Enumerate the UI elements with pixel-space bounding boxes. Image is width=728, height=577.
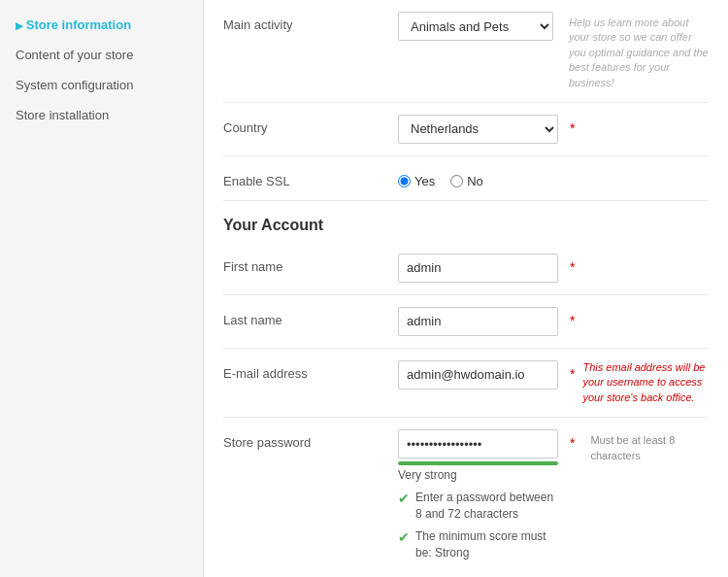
last-name-row: Last name * xyxy=(223,295,709,349)
ssl-no-option[interactable]: No xyxy=(450,174,483,188)
last-name-input[interactable] xyxy=(398,307,558,336)
ssl-row: Enable SSL Yes No xyxy=(223,156,709,201)
ssl-yes-radio[interactable] xyxy=(398,175,411,187)
password-control-wrap: Very strong ✔ Enter a password between 8… xyxy=(398,429,709,566)
sidebar-item-store-information[interactable]: Store information xyxy=(0,10,203,40)
email-input[interactable] xyxy=(398,360,558,390)
hint-text-1: Enter a password between 8 and 72 charac… xyxy=(415,490,558,523)
main-activity-help: Help us learn more about your store so w… xyxy=(569,12,709,90)
country-select-wrap: Netherlands United States United Kingdom… xyxy=(398,115,558,144)
email-required: * xyxy=(570,366,575,382)
email-row: E-mail address * This email address will… xyxy=(223,349,709,418)
country-label: Country xyxy=(223,115,398,135)
hint-text-2: The minimum score must be: Strong xyxy=(415,528,558,561)
first-name-input[interactable] xyxy=(398,254,558,283)
hint-item-2: ✔ The minimum score must be: Strong xyxy=(398,528,558,561)
password-hints: ✔ Enter a password between 8 and 72 char… xyxy=(398,490,558,566)
sidebar-item-store-installation[interactable]: Store installation xyxy=(0,100,203,130)
country-select[interactable]: Netherlands United States United Kingdom… xyxy=(398,115,558,144)
password-row: Store password Very strong ✔ Enter a pas… xyxy=(223,418,709,577)
hint-item-1: ✔ Enter a password between 8 and 72 char… xyxy=(398,490,558,523)
email-note: This email address will be your username… xyxy=(582,360,709,405)
password-input[interactable] xyxy=(398,429,558,458)
first-name-required: * xyxy=(570,259,575,275)
your-account-title: Your Account xyxy=(223,201,709,242)
ssl-no-radio[interactable] xyxy=(450,175,463,187)
ssl-yes-label: Yes xyxy=(414,174,435,188)
sidebar-item-system-configuration[interactable]: System configuration xyxy=(0,70,203,100)
password-strength-label: Very strong xyxy=(398,468,558,482)
ssl-radio-group: Yes No xyxy=(398,168,483,188)
country-control-wrap: Netherlands United States United Kingdom… xyxy=(398,115,709,144)
first-name-row: First name * xyxy=(223,242,709,295)
main-activity-row: Main activity Animals and Pets Art and C… xyxy=(223,0,709,103)
main-activity-label: Main activity xyxy=(223,12,398,32)
password-label: Store password xyxy=(223,429,398,450)
password-help: Must be at least 8 characters xyxy=(590,429,709,463)
first-name-label: First name xyxy=(223,254,398,274)
ssl-label: Enable SSL xyxy=(223,168,398,188)
last-name-label: Last name xyxy=(223,307,398,327)
last-name-required: * xyxy=(570,313,575,328)
main-activity-select[interactable]: Animals and Pets Art and Culture Babies … xyxy=(398,12,553,41)
ssl-control-wrap: Yes No xyxy=(398,168,709,188)
hint-check-2: ✔ xyxy=(398,528,410,548)
hint-check-1: ✔ xyxy=(398,490,410,509)
sidebar: Store information Content of your store … xyxy=(0,0,204,577)
last-name-control-wrap: * xyxy=(398,307,709,336)
password-required: * xyxy=(570,435,575,451)
main-activity-control-wrap: Animals and Pets Art and Culture Babies … xyxy=(398,12,709,90)
ssl-no-label: No xyxy=(467,174,483,188)
main-activity-select-wrap: Animals and Pets Art and Culture Babies … xyxy=(398,12,553,41)
country-required: * xyxy=(570,120,575,136)
email-control-wrap: * This email address will be your userna… xyxy=(398,360,709,405)
main-content: Main activity Animals and Pets Art and C… xyxy=(204,0,728,577)
first-name-control-wrap: * xyxy=(398,254,709,283)
sidebar-item-content-of-your-store[interactable]: Content of your store xyxy=(0,40,203,70)
country-row: Country Netherlands United States United… xyxy=(223,103,709,156)
password-inner: Very strong ✔ Enter a password between 8… xyxy=(398,429,558,566)
ssl-yes-option[interactable]: Yes xyxy=(398,174,435,188)
email-label: E-mail address xyxy=(223,360,398,381)
password-strength-bar xyxy=(398,461,558,465)
